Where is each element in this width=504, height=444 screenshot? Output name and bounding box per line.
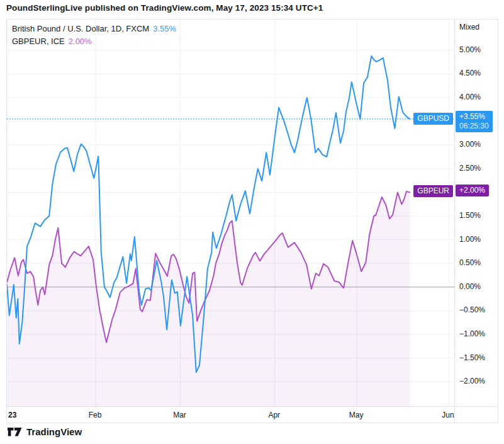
price-tick-label: 4.50% <box>459 69 481 77</box>
gbpusd-series-label-badge: GBPUSD <box>413 113 453 125</box>
price-axis[interactable]: 5.00%4.50%4.00%3.50%3.00%2.50%2.00%1.50%… <box>455 19 504 406</box>
legend-row-gbpeur[interactable]: GBPEUR, ICE2.00% <box>12 35 176 48</box>
page-title: PoundSterlingLive published on TradingVi… <box>6 3 323 13</box>
price-tick-label: 5.00% <box>459 45 481 54</box>
price-tick-label: 0.00% <box>459 282 481 291</box>
time-axis[interactable]: 23FebMarAprMayJun <box>6 407 454 423</box>
published-chart-page: PoundSterlingLive published on TradingVi… <box>0 0 504 444</box>
price-tick-label: 1.50% <box>459 211 481 220</box>
header-bar: PoundSterlingLive published on TradingVi… <box>6 3 323 17</box>
price-tick-label: −1.50% <box>459 353 485 362</box>
price-tick-label: −1.00% <box>459 329 485 338</box>
legend-gbpusd-change: 3.55% <box>153 24 176 33</box>
price-tick-label: −0.50% <box>459 305 485 314</box>
market-status-label: Mixed <box>459 23 479 31</box>
gbpeur-series-label-badge: GBPEUR <box>413 185 453 197</box>
gbpeur-symbol: GBPEUR <box>417 186 449 195</box>
gbpusd-bar-countdown: 06:25:30 <box>459 122 489 131</box>
legend-row-gbpusd[interactable]: British Pound / U.S. Dollar, 1D, FXCM3.5… <box>12 23 176 35</box>
frame-bottom-border <box>6 423 498 423</box>
price-tick-label: 1.00% <box>459 235 481 244</box>
tradingview-logo-icon <box>8 428 22 436</box>
chart-plot-area[interactable] <box>7 20 454 406</box>
gbpusd-symbol: GBPUSD <box>417 114 449 123</box>
legend-gbpeur-title: GBPEUR, ICE <box>12 37 65 46</box>
time-tick-label: May <box>349 411 364 419</box>
price-tick-label: −2.00% <box>459 377 485 385</box>
chart-legend: British Pound / U.S. Dollar, 1D, FXCM3.5… <box>12 23 176 48</box>
legend-gbpusd-title: British Pound / U.S. Dollar, 1D, FXCM <box>12 24 149 33</box>
tradingview-logo-link[interactable]: TradingView <box>8 426 82 437</box>
time-tick-label: Feb <box>89 411 102 419</box>
time-tick-label: 23 <box>8 411 16 419</box>
price-tick-label: 2.50% <box>459 164 481 173</box>
gbpeur-price-badge: +2.00% <box>456 185 489 196</box>
gbpeur-area-fill <box>7 191 410 407</box>
price-tick-label: 0.50% <box>459 258 481 267</box>
legend-gbpeur-change: 2.00% <box>69 37 92 46</box>
price-tick-label: 4.00% <box>459 93 481 101</box>
tradingview-logo-text: TradingView <box>26 426 82 437</box>
price-tick-label: 3.00% <box>459 140 481 149</box>
time-tick-label: Mar <box>173 411 186 419</box>
gbpeur-change-value: +2.00% <box>459 186 485 195</box>
time-tick-label: Jun <box>442 411 454 419</box>
gbpusd-price-badge: +3.55% 06:25:30 <box>456 111 493 132</box>
gbpusd-change-value: +3.55% <box>459 112 489 122</box>
time-tick-label: Apr <box>268 411 280 419</box>
